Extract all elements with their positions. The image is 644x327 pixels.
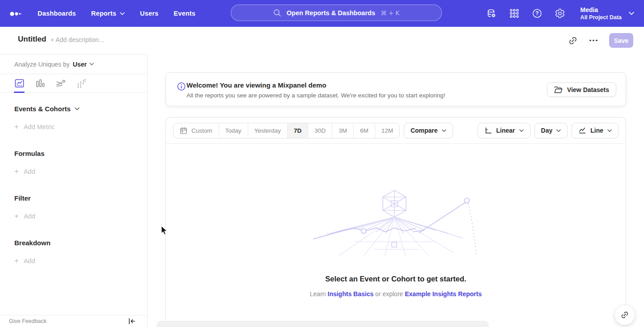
help-icon[interactable]: ? (531, 8, 543, 19)
chevron-down-icon (120, 12, 125, 15)
add-breakdown-button[interactable]: + Add (14, 257, 133, 264)
analyze-row: Analyze Uniques by User (0, 54, 147, 74)
settings-gear-icon[interactable] (554, 8, 566, 19)
range-label: 6M (360, 127, 369, 134)
add-metric-button[interactable]: + Add Metric (14, 123, 133, 130)
project-name: Media (580, 6, 622, 13)
analyze-by-value: User (73, 61, 87, 68)
report-description-placeholder[interactable]: + Add description... (51, 36, 104, 43)
add-filter-button[interactable]: + Add (14, 213, 133, 220)
chart-type-dropdown[interactable]: Line (572, 123, 619, 138)
range-label: Custom (191, 127, 212, 134)
range-12m[interactable]: 12M (375, 123, 399, 138)
tab-line-chart[interactable] (14, 78, 25, 89)
filter-title: Filter (14, 194, 133, 202)
selected-tab-indicator (14, 92, 25, 93)
query-builder-sidebar: Analyze Uniques by User (0, 54, 148, 327)
nav-item-events[interactable]: Events (174, 10, 195, 17)
give-feedback-link[interactable]: Give Feedback (9, 318, 47, 324)
nav-item-dashboards[interactable]: Dashboards (38, 10, 76, 17)
tab-bar-chart[interactable] (34, 78, 45, 89)
range-label: 7D (294, 127, 301, 134)
chevron-down-icon (556, 129, 561, 132)
report-header: Untitled + Add description... Save (0, 27, 644, 54)
range-label: 3M (339, 127, 347, 134)
events-cohorts-section-title[interactable]: Events & Cohorts (14, 105, 133, 113)
range-7d[interactable]: 7D (288, 123, 308, 138)
range-yesterday[interactable]: Yesterday (248, 123, 288, 138)
plus-icon: + (14, 168, 19, 175)
nav-item-reports[interactable]: Reports (91, 10, 125, 17)
formulas-title: Formulas (14, 150, 133, 157)
copy-link-icon[interactable] (568, 36, 578, 46)
mixpanel-logo-icon[interactable] (10, 11, 21, 16)
range-6m[interactable]: 6M (354, 123, 375, 138)
search-shortcut: ⌘ + K (381, 9, 399, 17)
compare-button[interactable]: Compare (404, 123, 453, 138)
chart-type-label: Line (590, 127, 603, 134)
date-range-segmented-control: Custom Today Yesterday 7D 30D 3M 6M 12M (173, 123, 400, 138)
share-link-fab[interactable] (614, 305, 635, 325)
welcome-banner: Welcome! You are viewing a Mixpanel demo… (165, 72, 626, 106)
apps-grid-icon[interactable] (508, 8, 520, 19)
scale-dropdown[interactable]: Linear (478, 123, 530, 138)
view-datasets-button[interactable]: View Datasets (547, 82, 616, 97)
add-formula-button[interactable]: + Add (14, 168, 133, 175)
banner-subtitle: All the reports you see are powered by a… (186, 92, 445, 99)
granularity-label: Day (541, 127, 553, 134)
view-datasets-label: View Datasets (567, 86, 609, 93)
example-reports-link[interactable]: Example Insights Reports (405, 290, 482, 298)
granularity-dropdown[interactable]: Day (534, 123, 568, 138)
analyze-label: Analyze Uniques by (14, 61, 70, 68)
add-metric-label: Add Metric (24, 123, 55, 130)
line-chart-icon (578, 126, 586, 134)
nav-item-label: Dashboards (38, 10, 76, 17)
tab-flow-chart[interactable] (55, 78, 66, 89)
save-button[interactable]: Save (609, 33, 633, 48)
filter-section: Filter + Add (14, 194, 133, 220)
range-30d[interactable]: 30D (308, 123, 332, 138)
search-placeholder: Open Reports & Dashboards (287, 9, 375, 17)
range-label: 30D (314, 127, 326, 134)
nav-item-users[interactable]: Users (140, 10, 158, 17)
more-options-icon[interactable] (589, 36, 598, 46)
sidebar-footer: Give Feedback (0, 315, 147, 327)
breakdown-section: Breakdown + Add (14, 239, 133, 264)
nav-menu: Dashboards Reports Users Events (38, 10, 195, 17)
search-icon (273, 9, 281, 17)
project-text: Media All Project Data (580, 6, 622, 21)
report-actions: Save (568, 33, 633, 48)
insights-basics-link[interactable]: Insights Basics (328, 290, 374, 298)
nav-right-group: ? Media All Project Data (486, 0, 634, 27)
chevron-down-icon (607, 129, 612, 132)
project-selector[interactable]: Media All Project Data (580, 6, 634, 21)
chevron-down-icon (519, 129, 524, 132)
chart-type-tabs (0, 74, 147, 93)
table-section-peek (157, 321, 489, 327)
nav-item-label: Events (174, 10, 195, 17)
global-search[interactable]: Open Reports & Dashboards ⌘ + K (231, 4, 442, 21)
range-label: Today (225, 127, 242, 134)
range-3m[interactable]: 3M (332, 123, 354, 138)
data-management-icon[interactable] (486, 8, 497, 19)
top-navigation: Dashboards Reports Users Events Open Rep… (0, 0, 644, 27)
insights-chart-card: Custom Today Yesterday 7D 30D 3M 6M 12M … (165, 117, 626, 327)
range-custom[interactable]: Custom (174, 123, 219, 138)
plus-icon: + (14, 258, 19, 264)
chevron-down-icon (442, 129, 446, 132)
tab-metrics-chart[interactable] (76, 78, 86, 89)
main-content: Welcome! You are viewing a Mixpanel demo… (148, 54, 644, 327)
svg-text:?: ? (535, 10, 538, 17)
range-today[interactable]: Today (219, 123, 248, 138)
chevron-down-icon (75, 107, 80, 110)
calendar-icon (180, 127, 187, 134)
collapse-sidebar-icon[interactable] (128, 318, 135, 324)
linear-axis-icon (484, 126, 492, 134)
nav-item-label: Reports (91, 10, 116, 17)
project-scope: All Project Data (580, 14, 622, 21)
report-title[interactable]: Untitled (18, 35, 46, 44)
formulas-section: Formulas + Add (14, 150, 133, 175)
nav-left-group: Dashboards Reports Users Events (10, 0, 195, 27)
sidebar-body: Events & Cohorts + Add Metric Formulas +… (0, 93, 147, 264)
analyze-by-dropdown[interactable]: User (73, 61, 94, 68)
